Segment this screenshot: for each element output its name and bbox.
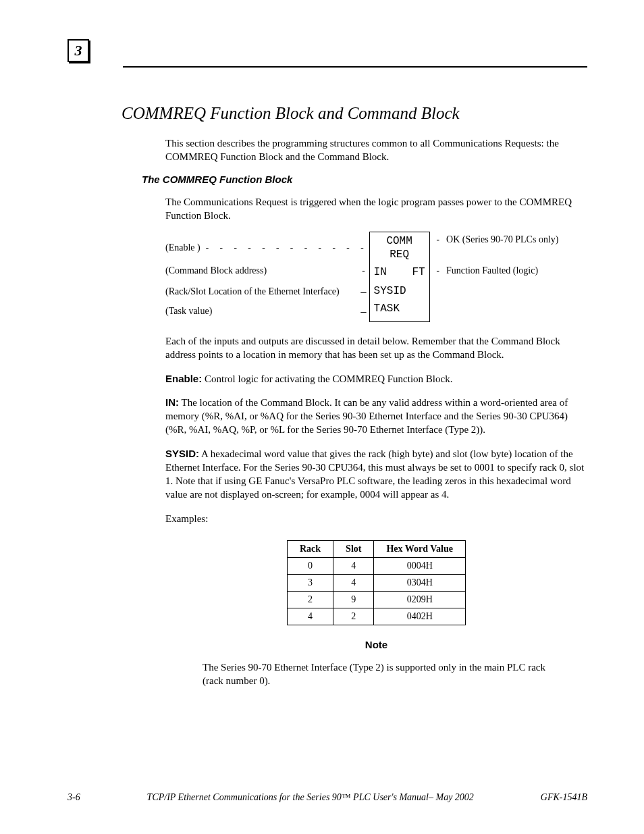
sysid-def-label: SYSID: [165, 448, 199, 459]
table-cell-slot: 9 [333, 591, 374, 608]
in-def-text: The location of the Command Block. It ca… [165, 397, 568, 436]
fb-ft-label: Function Faulted (logic) [446, 265, 538, 276]
chapter-number-box: 3 [68, 39, 89, 62]
fb-cmd-connector: - [267, 265, 369, 276]
subsection-heading: The COMMREQ Function Block [142, 174, 587, 185]
table-cell-hex: 0004H [374, 557, 466, 574]
table-cell-rack: 0 [287, 557, 333, 574]
after-diagram-paragraph: Each of the inputs and outputs are discu… [165, 334, 587, 362]
table-header-rack: Rack [287, 540, 333, 557]
fb-box-comm: COMM [370, 232, 429, 249]
fb-box-req: REQ [370, 249, 429, 265]
fb-enable-label: (Enable ) [165, 242, 200, 253]
enable-def-label: Enable: [165, 373, 202, 384]
fb-box-ft: FT [412, 266, 425, 278]
note-text: The Series 90-70 Ethernet Interface (Typ… [203, 660, 567, 688]
hex-value-table: Rack Slot Hex Word Value 0 4 0004H 3 4 0… [287, 540, 466, 625]
fb-ok-label: OK (Series 90-70 PLCs only) [446, 234, 558, 245]
table-cell-slot: 2 [333, 608, 374, 625]
note-heading: Note [165, 639, 587, 650]
footer-title: TCP/IP Ethernet Communications for the S… [80, 792, 541, 803]
footer-page-number: 3-6 [68, 792, 80, 803]
fb-task-label: (Task value) [165, 306, 212, 317]
table-cell-hex: 0304H [374, 574, 466, 591]
fb-box-in: IN [374, 266, 387, 278]
page-title: COMMREQ Function Block and Command Block [122, 104, 587, 123]
table-cell-rack: 2 [287, 591, 333, 608]
table-header-hex: Hex Word Value [374, 540, 466, 557]
fb-box-task: TASK [370, 300, 429, 319]
table-header-slot: Slot [333, 540, 374, 557]
table-row: 4 2 0402H [287, 608, 465, 625]
sysid-definition: SYSID: A hexadecimal word value that giv… [165, 447, 587, 502]
function-block-diagram: (Enable ) - - - - - - - - - - - - (Comma… [165, 232, 587, 322]
fb-box-sysid: SYSID [370, 282, 429, 300]
table-row: 2 9 0209H [287, 591, 465, 608]
table-row: 3 4 0304H [287, 574, 465, 591]
sysid-def-text: A hexadecimal word value that gives the … [165, 448, 584, 500]
table-cell-slot: 4 [333, 574, 374, 591]
fb-task-connector: – [212, 306, 369, 317]
table-cell-rack: 4 [287, 608, 333, 625]
intro-paragraph: This section describes the programming s… [165, 136, 587, 164]
fb-enable-connector: - - - - - - - - - - - - [205, 242, 369, 253]
fb-ft-connector: - [430, 265, 446, 276]
fb-rack-label: (Rack/Slot Location of the Ethernet Inte… [165, 286, 340, 297]
enable-def-text: Control logic for activating the COMMREQ… [202, 373, 452, 384]
chapter-number: 3 [75, 42, 82, 59]
table-cell-slot: 4 [333, 557, 374, 574]
table-cell-hex: 0209H [374, 591, 466, 608]
footer-doc-id: GFK-1541B [541, 792, 587, 803]
fb-ok-connector: - [430, 234, 446, 245]
fb-cmd-label: (Command Block address) [165, 265, 267, 276]
fb-rack-connector: – [340, 286, 369, 297]
table-row: 0 4 0004H [287, 557, 465, 574]
page-footer: 3-6 TCP/IP Ethernet Communications for t… [68, 792, 587, 803]
enable-definition: Enable: Control logic for activating the… [165, 372, 587, 386]
in-def-label: IN: [165, 396, 179, 408]
examples-label: Examples: [165, 512, 587, 525]
table-header-row: Rack Slot Hex Word Value [287, 540, 465, 557]
table-cell-rack: 3 [287, 574, 333, 591]
page-header-rule [123, 66, 587, 68]
in-definition: IN: The location of the Command Block. I… [165, 396, 587, 437]
subsection-paragraph: The Communications Request is triggered … [165, 195, 587, 223]
table-cell-hex: 0402H [374, 608, 466, 625]
